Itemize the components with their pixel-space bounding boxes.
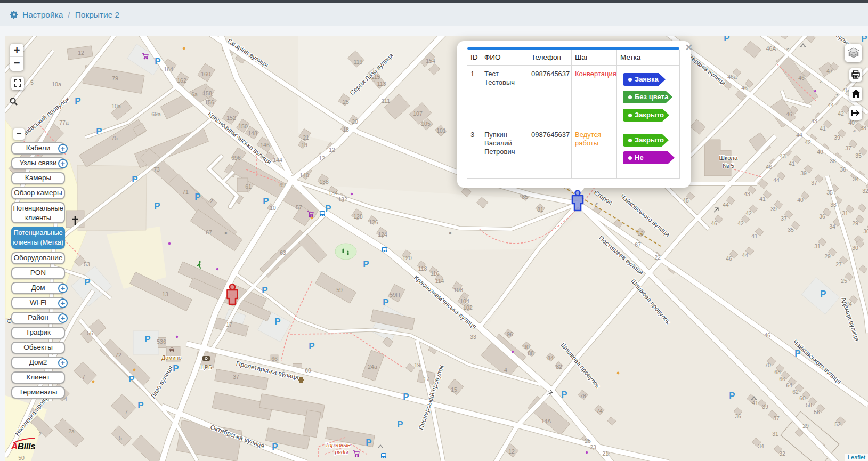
svg-text:104: 104 — [460, 298, 469, 304]
svg-text:118: 118 — [418, 265, 427, 272]
svg-text:70: 70 — [765, 362, 771, 368]
svg-text:ряды: ряды — [335, 449, 348, 455]
svg-text:88: 88 — [528, 350, 534, 357]
svg-text:5: 5 — [119, 435, 122, 441]
svg-text:44: 44 — [742, 252, 748, 258]
svg-text:P: P — [144, 334, 150, 344]
svg-text:29: 29 — [852, 220, 858, 227]
svg-text:P: P — [262, 285, 267, 295]
svg-text:35: 35 — [826, 189, 833, 196]
svg-text:41: 41 — [820, 125, 826, 132]
svg-text:59: 59 — [336, 287, 343, 293]
svg-text:164: 164 — [164, 66, 173, 72]
svg-text:P: P — [820, 289, 826, 299]
svg-text:50: 50 — [18, 455, 25, 461]
svg-text:156: 156 — [205, 99, 214, 106]
svg-text:5: 5 — [30, 79, 34, 86]
svg-text:56: 56 — [814, 409, 820, 415]
svg-text:P: P — [75, 96, 80, 106]
svg-text:116: 116 — [431, 270, 440, 277]
svg-text:30: 30 — [863, 228, 868, 234]
svg-text:Домино: Домино — [161, 354, 182, 361]
svg-text:46a: 46a — [727, 74, 737, 80]
svg-text:58: 58 — [806, 402, 812, 408]
svg-text:P: P — [274, 317, 280, 327]
svg-text:21: 21 — [602, 450, 609, 457]
svg-text:66: 66 — [271, 355, 278, 362]
svg-text:P: P — [263, 196, 269, 206]
svg-text:82: 82 — [556, 363, 562, 370]
svg-text:108: 108 — [453, 287, 463, 293]
svg-text:64: 64 — [786, 382, 792, 389]
svg-text:41: 41 — [789, 160, 795, 167]
svg-text:10a: 10a — [52, 81, 61, 87]
svg-text:57: 57 — [296, 204, 302, 211]
svg-text:44: 44 — [723, 201, 729, 208]
svg-text:59П: 59П — [390, 292, 400, 298]
svg-text:35: 35 — [855, 152, 862, 159]
svg-text:29: 29 — [802, 423, 809, 429]
svg-text:132: 132 — [338, 196, 347, 203]
svg-text:61: 61 — [245, 183, 252, 190]
svg-text:75: 75 — [111, 135, 118, 141]
svg-text:35: 35 — [788, 227, 794, 233]
svg-text:140: 140 — [299, 172, 309, 179]
svg-text:19: 19 — [414, 362, 420, 368]
svg-text:148: 148 — [248, 130, 257, 136]
svg-text:P: P — [128, 374, 134, 384]
svg-text:45: 45 — [842, 87, 849, 93]
svg-text:102: 102 — [463, 304, 473, 311]
svg-text:40: 40 — [848, 119, 855, 126]
svg-text:73: 73 — [153, 166, 160, 173]
svg-text:30: 30 — [852, 245, 858, 251]
svg-text:P: P — [383, 297, 388, 308]
svg-text:42: 42 — [805, 139, 811, 145]
svg-text:7: 7 — [82, 374, 85, 380]
svg-text:38: 38 — [830, 158, 836, 164]
svg-text:34: 34 — [758, 443, 764, 449]
svg-text:46: 46 — [741, 85, 748, 91]
svg-text:43: 43 — [811, 118, 817, 124]
svg-text:114: 114 — [435, 278, 444, 284]
svg-text:43: 43 — [780, 153, 786, 159]
svg-text:47: 47 — [826, 68, 833, 74]
svg-text:60: 60 — [799, 395, 806, 401]
svg-text:74: 74 — [596, 408, 603, 414]
svg-text:113: 113 — [377, 80, 386, 87]
svg-text:152: 152 — [226, 115, 236, 121]
svg-text:27: 27 — [835, 261, 842, 268]
svg-text:38: 38 — [860, 125, 866, 131]
svg-text:P: P — [561, 390, 567, 400]
svg-text:158: 158 — [202, 90, 212, 96]
svg-text:81: 81 — [537, 206, 543, 213]
svg-text:25: 25 — [343, 99, 349, 105]
svg-text:24a: 24a — [368, 363, 377, 370]
svg-text:29: 29 — [824, 253, 831, 260]
svg-text:P: P — [403, 392, 409, 402]
svg-text:12: 12 — [319, 155, 325, 161]
svg-text:P: P — [724, 36, 729, 43]
svg-text:12: 12 — [78, 50, 84, 56]
svg-text:P: P — [132, 174, 137, 184]
svg-text:124: 124 — [378, 231, 387, 238]
svg-text:40: 40 — [797, 197, 804, 203]
svg-text:66: 66 — [779, 376, 785, 382]
svg-text:P: P — [96, 126, 102, 136]
svg-text:2a: 2a — [68, 428, 75, 434]
svg-text:31: 31 — [842, 210, 848, 216]
svg-text:20: 20 — [352, 118, 358, 125]
svg-text:37: 37 — [233, 374, 239, 380]
svg-text:№ 5: № 5 — [723, 163, 734, 169]
svg-text:71: 71 — [182, 189, 189, 195]
svg-text:13: 13 — [162, 291, 168, 297]
svg-text:4: 4 — [504, 367, 507, 373]
svg-text:P: P — [173, 363, 179, 374]
svg-text:37: 37 — [773, 415, 780, 422]
svg-text:14A: 14A — [541, 418, 551, 424]
svg-text:4: 4 — [64, 396, 67, 402]
svg-text:69a: 69a — [151, 111, 161, 117]
svg-text:33: 33 — [470, 334, 476, 340]
svg-text:56: 56 — [87, 330, 93, 336]
svg-text:P: P — [137, 400, 143, 410]
svg-text:10a: 10a — [111, 103, 121, 109]
